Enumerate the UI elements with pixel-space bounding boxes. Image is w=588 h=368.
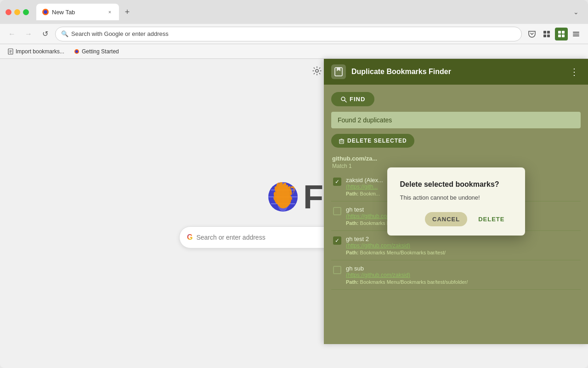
bookmark-info-3: gh test 2 (https://github.com/zaksid) Pa… <box>346 236 579 255</box>
active-extension-icon <box>557 30 565 38</box>
google-g-icon: G <box>187 233 192 242</box>
gear-area <box>309 63 325 79</box>
active-tab[interactable]: New Tab × <box>36 4 119 20</box>
delete-button[interactable]: DELETE <box>471 212 512 226</box>
forward-button[interactable]: → <box>22 28 35 40</box>
pocket-button[interactable] <box>526 28 538 40</box>
bookmark-checkbox-1[interactable] <box>333 178 341 186</box>
svg-rect-2 <box>543 31 546 34</box>
dialog-actions: CANCEL DELETE <box>400 212 512 226</box>
tab-bar: New Tab × + ⌄ <box>36 4 582 20</box>
bookmark-url-3[interactable]: (https://github.com/zaksid) <box>346 242 579 249</box>
nav-right-icons <box>526 28 582 40</box>
svg-point-21 <box>316 69 318 72</box>
pocket-icon <box>528 30 536 38</box>
forward-icon: → <box>25 30 32 38</box>
path-label-4: Path: <box>346 279 359 285</box>
address-search-icon: 🔍 <box>61 30 68 37</box>
nav-bar: ← → ↺ 🔍 Search with Google or enter addr… <box>0 24 588 44</box>
trash-icon <box>339 138 345 144</box>
extension-panel: Duplicate Bookmarks Finder ⋮ FIND F <box>324 59 588 344</box>
firefox-bookmark-icon <box>74 48 80 55</box>
reload-button[interactable]: ↺ <box>39 28 51 40</box>
bookmark-checkbox-2[interactable] <box>333 207 341 215</box>
bookmarks-bar: Import bookmarks... Getting Started <box>0 44 588 59</box>
cancel-button[interactable]: CANCEL <box>425 212 467 226</box>
path-value-4: Bookmarks Menu/Bookmarks bar/test/subfol… <box>360 279 468 285</box>
title-bar: New Tab × + ⌄ <box>0 0 588 24</box>
confirm-dialog: Delete selected bookmarks? This action c… <box>387 167 525 236</box>
address-bar[interactable]: 🔍 Search with Google or enter address <box>55 27 522 41</box>
browser-window: New Tab × + ⌄ ← → ↺ 🔍 Search with Google… <box>0 0 588 368</box>
find-button-label: FIND <box>350 96 365 103</box>
group-subtext-text: Match 1 <box>332 163 352 169</box>
svg-rect-25 <box>339 140 344 144</box>
delete-selected-button[interactable]: DELETE SELECTED <box>331 134 414 148</box>
address-text: Search with Google or enter address <box>71 30 516 37</box>
traffic-lights <box>6 9 29 15</box>
extensions-button[interactable] <box>540 28 553 40</box>
maximize-window-button[interactable] <box>23 9 29 15</box>
svg-rect-12 <box>573 35 579 36</box>
bookmark-getting-started[interactable]: Getting Started <box>72 47 121 56</box>
svg-rect-5 <box>547 34 550 37</box>
bookmark-checkbox-4[interactable] <box>333 266 341 274</box>
svg-point-1 <box>44 10 47 14</box>
svg-line-24 <box>345 100 346 102</box>
firefox-logo-area: F <box>265 178 323 215</box>
bookmark-name-4: gh sub <box>346 265 579 272</box>
new-tab-button[interactable]: + <box>121 6 134 18</box>
back-button[interactable]: ← <box>6 28 18 40</box>
window-controls-button[interactable]: ⌄ <box>570 6 582 18</box>
minimize-window-button[interactable] <box>14 9 20 15</box>
path-value-1: Bookm... <box>360 191 380 196</box>
path-label-3: Path: <box>346 250 359 255</box>
svg-rect-8 <box>558 34 561 37</box>
svg-point-15 <box>75 50 78 53</box>
firefox-favicon <box>42 8 49 16</box>
group-header-text: github.com/za... <box>332 155 377 162</box>
kebab-icon: ⋮ <box>570 66 579 77</box>
bookmark-url-4[interactable]: (https://github.com/zaksid) <box>346 272 579 278</box>
back-icon: ← <box>8 30 16 38</box>
close-window-button[interactable] <box>6 9 11 15</box>
svg-rect-3 <box>547 31 550 34</box>
bookmark-path-3: Path: Bookmarks Menu/Bookmarks bar/test/ <box>346 250 579 255</box>
dialog-title: Delete selected bookmarks? <box>400 180 512 189</box>
bookmark-import[interactable]: Import bookmarks... <box>6 47 66 56</box>
found-banner: Found 2 duplicates <box>331 112 581 128</box>
svg-rect-6 <box>558 31 561 34</box>
find-button[interactable]: FIND <box>331 92 374 106</box>
ext-menu-button[interactable]: ⋮ <box>568 65 581 78</box>
import-bookmarks-label: Import bookmarks... <box>16 48 64 55</box>
ext-app-icon <box>331 64 346 79</box>
bookmark-row: gh sub (https://github.com/zaksid) Path:… <box>331 260 581 290</box>
bookmark-path-4: Path: Bookmarks Menu/Bookmarks bar/test/… <box>346 279 579 285</box>
bookmark-info-4: gh sub (https://github.com/zaksid) Path:… <box>346 265 579 285</box>
bookmark-checkbox-3[interactable] <box>333 236 341 245</box>
path-label-1: Path: <box>346 191 359 196</box>
ext-header: Duplicate Bookmarks Finder ⋮ <box>324 59 588 85</box>
bookmark-name-3: gh test 2 <box>346 236 579 242</box>
tab-close-button[interactable]: × <box>106 8 113 16</box>
svg-rect-11 <box>573 34 579 34</box>
import-bookmarks-icon <box>7 48 14 55</box>
browser-content: F G Search or enter address <box>0 59 588 368</box>
path-label-2: Path: <box>346 220 359 226</box>
svg-rect-4 <box>543 34 546 37</box>
path-value-3: Bookmarks Menu/Bookmarks bar/test/ <box>360 250 446 255</box>
group-header: github.com/za... <box>331 153 581 163</box>
bookmark-finder-icon <box>334 67 344 77</box>
svg-rect-9 <box>562 34 565 37</box>
reload-icon: ↺ <box>42 29 48 38</box>
gear-icon <box>312 66 322 75</box>
ext-title: Duplicate Bookmarks Finder <box>351 68 562 76</box>
active-extension-button[interactable] <box>555 28 568 40</box>
hamburger-menu-button[interactable] <box>570 28 582 40</box>
svg-rect-10 <box>573 32 579 33</box>
dialog-body: This action cannot be undone! <box>400 194 512 201</box>
settings-button[interactable] <box>309 63 325 79</box>
delete-selected-label: DELETE SELECTED <box>347 138 407 144</box>
search-icon <box>340 96 347 103</box>
tab-title: New Tab <box>52 9 103 16</box>
